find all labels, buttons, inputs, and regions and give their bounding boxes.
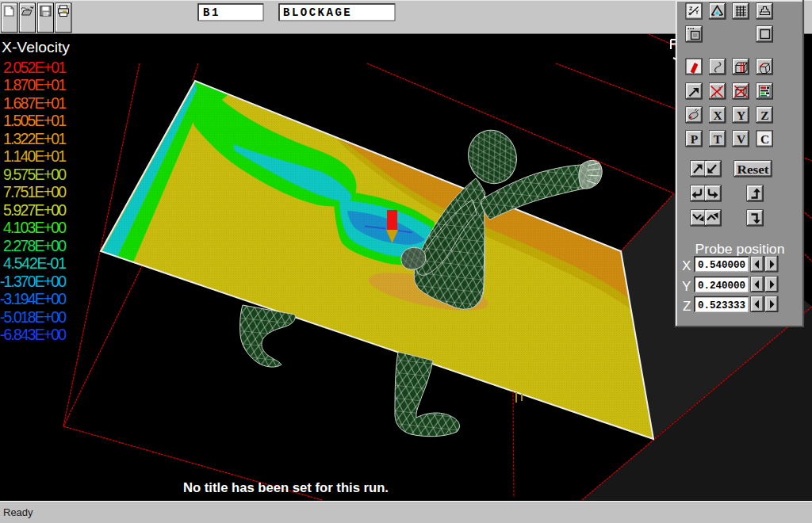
svg-text:Z: Z (683, 299, 691, 314)
svg-text:Y: Y (682, 279, 691, 294)
svg-text:X: X (713, 109, 722, 122)
svg-text:2.052E+01: 2.052E+01 (3, 59, 67, 76)
svg-text:B1: B1 (203, 6, 220, 19)
svg-text:C: C (760, 132, 769, 146)
svg-text:Ready: Ready (3, 506, 33, 518)
svg-text:0.240000: 0.240000 (698, 281, 745, 292)
svg-text:2.278E+00: 2.278E+00 (3, 237, 67, 254)
svg-text:-5.018E+00: -5.018E+00 (0, 308, 67, 326)
svg-text:V: V (737, 132, 746, 146)
svg-text:0.540000: 0.540000 (698, 260, 745, 271)
svg-text:1.870E+01: 1.870E+01 (3, 76, 67, 94)
svg-text:4.103E+00: 4.103E+00 (3, 219, 67, 236)
svg-text:-6.843E+00: -6.843E+00 (0, 326, 67, 343)
svg-text:-3.194E+00: -3.194E+00 (0, 290, 67, 307)
svg-text:1.687E+01: 1.687E+01 (3, 94, 67, 112)
svg-text:X-Velocity: X-Velocity (2, 39, 71, 55)
svg-text:T: T (714, 132, 722, 146)
svg-text:0.523333: 0.523333 (698, 300, 745, 311)
svg-text:X: X (682, 258, 691, 273)
svg-text:Y: Y (737, 109, 745, 122)
svg-text:BLOCKAGE: BLOCKAGE (283, 6, 352, 19)
svg-text:1.322E+01: 1.322E+01 (3, 130, 67, 147)
svg-text:4.542E-01: 4.542E-01 (3, 254, 67, 272)
svg-text:9.575E+00: 9.575E+00 (3, 166, 67, 183)
svg-text:No title has been set for this: No title has been set for this run. (183, 481, 389, 494)
svg-text:1.505E+01: 1.505E+01 (3, 112, 67, 129)
svg-text:Z: Z (760, 109, 768, 122)
svg-text:-1.370E+00: -1.370E+00 (0, 273, 67, 290)
svg-text:1.140E+01: 1.140E+01 (3, 147, 67, 165)
svg-text:P: P (691, 132, 699, 146)
svg-text:Reset: Reset (737, 162, 770, 176)
svg-text:5.927E+00: 5.927E+00 (3, 201, 67, 219)
svg-text:7.751E+00: 7.751E+00 (3, 183, 67, 200)
svg-text:Probe position: Probe position (695, 242, 785, 256)
